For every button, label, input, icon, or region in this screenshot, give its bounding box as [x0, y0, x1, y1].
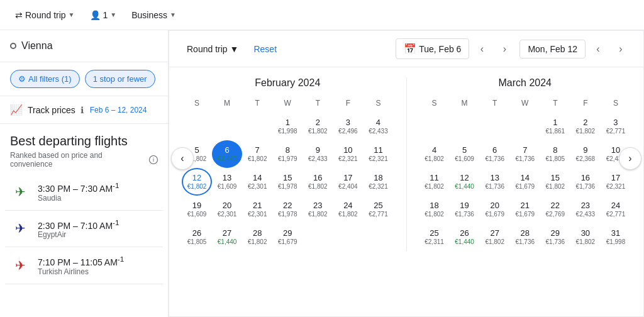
calendar-day[interactable]: 6€1,736	[480, 140, 510, 168]
stops-filter-button[interactable]: 1 stop or fewer	[85, 70, 155, 88]
calendar-day[interactable]: 3€2,771	[601, 113, 631, 140]
flight-2-details: 2:30 PM – 7:10 AM-1 EgyptAir	[38, 218, 119, 240]
best-departing-info-icon[interactable]: i	[149, 155, 158, 164]
day-number: 14	[253, 173, 262, 183]
start-date-prev-button[interactable]: ‹	[472, 39, 492, 59]
day-price: €2,368	[576, 155, 596, 163]
calendar-day[interactable]: 3€2,496	[333, 113, 363, 140]
calendar-day[interactable]: 27€1,440	[212, 223, 242, 251]
passengers-selector[interactable]: 👤 1 ▼	[85, 8, 122, 23]
track-prices-info-icon[interactable]: ℹ	[80, 105, 84, 115]
turkish-logo: ✈	[10, 255, 30, 275]
day-number: 12	[460, 173, 469, 183]
calendar-day[interactable]: 15€1,978	[272, 168, 303, 196]
calendar-day[interactable]: 19€1,736	[450, 196, 480, 223]
calendar-day[interactable]: 16€1,736	[570, 168, 601, 196]
calendar-day[interactable]: 8€1,805	[540, 140, 570, 168]
day-number: 6	[225, 145, 229, 155]
calendar-day[interactable]: 29€1,679	[272, 223, 303, 251]
empty-cell	[242, 113, 272, 140]
calendar-trip-type-button[interactable]: Round trip ▼	[182, 42, 243, 57]
calendar-day[interactable]: 2€1,802	[570, 113, 601, 140]
calendar-day[interactable]: 22€2,769	[540, 196, 570, 223]
flight-item-3[interactable]: ✈ 7:10 PM – 11:05 AM-1 Turkish Airlines	[5, 247, 163, 284]
calendar-day[interactable]: 20€1,679	[480, 196, 510, 223]
destination-input[interactable]	[21, 40, 158, 52]
calendar-day[interactable]: 13€1,736	[480, 168, 510, 196]
day-price: €1,802	[338, 211, 358, 218]
calendar-day[interactable]: 5€1,609	[450, 140, 480, 168]
flight-item-1[interactable]: ✈ 3:30 PM – 7:30 AM-1 Saudia	[5, 174, 163, 211]
calendar-day[interactable]: 4€1,802	[419, 140, 450, 168]
end-date-prev-button[interactable]: ‹	[588, 39, 608, 59]
calendar-overlay: Round trip ▼ Reset 📅 Tue, Feb 6 ‹ › Mon,…	[169, 30, 644, 317]
calendar-day[interactable]: 27€1,802	[480, 223, 510, 251]
empty-cell	[450, 113, 480, 140]
calendar-day[interactable]: 4€2,433	[363, 113, 393, 140]
calendar-day[interactable]: 22€1,978	[272, 196, 303, 223]
calendar-day[interactable]: 13€1,609	[212, 168, 242, 196]
calendar-day[interactable]: 14€1,679	[510, 168, 540, 196]
calendar-day[interactable]: 1€1,998	[272, 113, 303, 140]
trip-type-selector[interactable]: ⇄ Round trip ▼	[10, 8, 80, 23]
day-header: W	[510, 96, 540, 113]
calendar-day[interactable]: 16€1,802	[303, 168, 333, 196]
day-number: 15	[283, 173, 292, 183]
calendar-day[interactable]: 1€1,861	[540, 113, 570, 140]
calendar-day[interactable]: 30€1,802	[570, 223, 601, 251]
calendar-day[interactable]: 18€2,321	[363, 168, 393, 196]
flight-item-2[interactable]: ✈ 2:30 PM – 7:10 AM-1 EgyptAir	[5, 211, 163, 248]
calendar-day[interactable]: 26€1,805	[182, 223, 212, 251]
calendar-day[interactable]: 7€1,736	[510, 140, 540, 168]
calendar-day[interactable]: 28€1,802	[242, 223, 272, 251]
day-header: T	[303, 96, 333, 113]
calendar-day[interactable]: 2€1,802	[303, 113, 333, 140]
calendar-day[interactable]: 12€1,440	[450, 168, 480, 196]
calendar-day[interactable]: 17€2,321	[601, 168, 631, 196]
calendar-day[interactable]: 29€1,736	[540, 223, 570, 251]
prev-month-button[interactable]: ‹	[171, 147, 194, 170]
day-price: €1,736	[485, 155, 504, 163]
calendar-day[interactable]: 19€1,609	[182, 196, 212, 223]
calendar-day[interactable]: 18€1,802	[419, 196, 450, 223]
calendar-day[interactable]: 10€2,321	[333, 140, 363, 168]
calendar-day[interactable]: 7€1,802	[242, 140, 272, 168]
end-date-next-button[interactable]: ›	[611, 39, 631, 59]
day-price: €1,679	[485, 211, 504, 218]
calendar-day[interactable]: 24€2,771	[601, 196, 631, 223]
calendar-day[interactable]: 24€1,802	[333, 196, 363, 223]
calendar-reset-button[interactable]: Reset	[248, 42, 282, 57]
calendar-day[interactable]: 11€2,321	[363, 140, 393, 168]
calendar-day[interactable]: 11€1,802	[419, 168, 450, 196]
calendar-day[interactable]: 6€1,440	[212, 140, 242, 168]
next-month-button[interactable]: ›	[619, 147, 641, 170]
calendar-day[interactable]: 21€1,679	[510, 196, 540, 223]
cabin-class-selector[interactable]: Business ▼	[126, 8, 181, 23]
end-date-display[interactable]: Mon, Feb 12	[519, 40, 586, 58]
day-price: €1,440	[218, 238, 237, 246]
date-range-display[interactable]: 📅 Tue, Feb 6	[396, 38, 469, 59]
day-price: €1,802	[248, 238, 267, 246]
calendar-day[interactable]: 31€1,998	[601, 223, 631, 251]
calendar-day[interactable]: 14€2,301	[242, 168, 272, 196]
calendar-day[interactable]: 25€2,311	[419, 223, 450, 251]
calendar-day[interactable]: 26€1,440	[450, 223, 480, 251]
calendar-day[interactable]: 9€2,433	[303, 140, 333, 168]
all-filters-button[interactable]: ⚙ All filters (1)	[10, 70, 80, 88]
calendar-day[interactable]: 17€2,404	[333, 168, 363, 196]
calendar-day[interactable]: 15€1,802	[540, 168, 570, 196]
day-price: €2,311	[425, 238, 444, 246]
calendar-header-right: 📅 Tue, Feb 6 ‹ › Mon, Feb 12 ‹ ›	[396, 38, 631, 59]
start-date-next-button[interactable]: ›	[494, 39, 514, 59]
calendar-day[interactable]: 23€2,433	[570, 196, 601, 223]
calendar-day[interactable]: 8€1,979	[272, 140, 303, 168]
calendar-day[interactable]: 20€2,301	[212, 196, 242, 223]
day-price: €1,802	[425, 183, 444, 191]
calendar-day[interactable]: 28€1,736	[510, 223, 540, 251]
calendar-day[interactable]: 25€2,771	[363, 196, 393, 223]
calendar-day[interactable]: 23€1,802	[303, 196, 333, 223]
calendar-day[interactable]: 12€1,802	[182, 168, 212, 196]
day-price: €1,736	[455, 211, 474, 218]
calendar-day[interactable]: 9€2,368	[570, 140, 601, 168]
calendar-day[interactable]: 21€2,301	[242, 196, 272, 223]
